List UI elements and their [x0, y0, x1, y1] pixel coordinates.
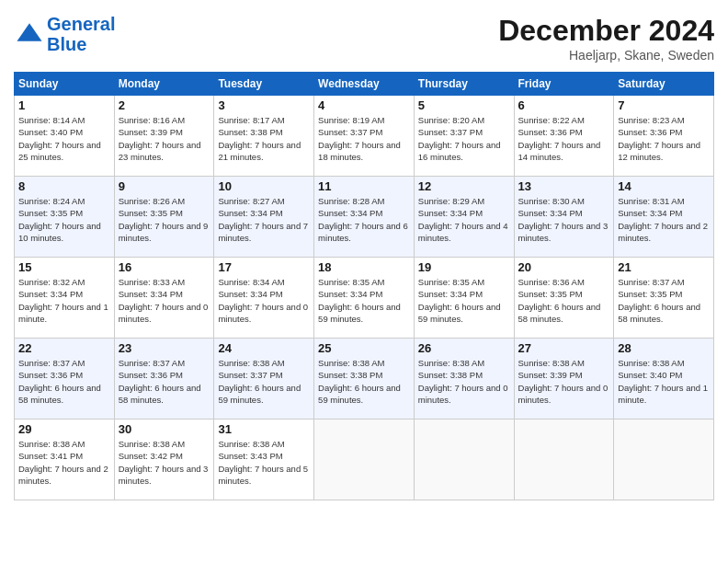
calendar-cell: 27Sunrise: 8:38 AMSunset: 3:39 PMDayligh… [514, 339, 614, 419]
day-number: 21 [618, 260, 710, 274]
calendar-cell [614, 419, 714, 500]
calendar-cell: 26Sunrise: 8:38 AMSunset: 3:38 PMDayligh… [414, 339, 514, 419]
day-info: Sunrise: 8:19 AMSunset: 3:37 PMDaylight:… [318, 114, 410, 163]
day-info: Sunrise: 8:14 AMSunset: 3:40 PMDaylight:… [18, 114, 110, 163]
calendar-week-row: 1Sunrise: 8:14 AMSunset: 3:40 PMDaylight… [15, 96, 714, 177]
calendar-cell: 9Sunrise: 8:26 AMSunset: 3:35 PMDaylight… [114, 177, 214, 258]
month-title: December 2024 [498, 14, 714, 48]
calendar-cell: 22Sunrise: 8:37 AMSunset: 3:36 PMDayligh… [15, 339, 115, 419]
calendar-cell: 16Sunrise: 8:33 AMSunset: 3:34 PMDayligh… [114, 258, 214, 339]
calendar-week-row: 15Sunrise: 8:32 AMSunset: 3:34 PMDayligh… [15, 258, 714, 339]
weekday-header: Sunday [15, 73, 115, 96]
day-info: Sunrise: 8:30 AMSunset: 3:34 PMDaylight:… [518, 195, 610, 244]
page-header: General Blue December 2024 Haeljarp, Ska… [14, 14, 714, 63]
day-number: 7 [618, 98, 710, 112]
day-number: 26 [418, 341, 510, 355]
day-number: 2 [119, 98, 210, 112]
calendar-cell: 18Sunrise: 8:35 AMSunset: 3:34 PMDayligh… [314, 258, 415, 339]
weekday-header: Tuesday [214, 73, 314, 96]
day-info: Sunrise: 8:27 AMSunset: 3:34 PMDaylight:… [218, 195, 310, 244]
calendar-week-row: 8Sunrise: 8:24 AMSunset: 3:35 PMDaylight… [15, 177, 714, 258]
day-info: Sunrise: 8:20 AMSunset: 3:37 PMDaylight:… [418, 114, 510, 163]
day-info: Sunrise: 8:38 AMSunset: 3:42 PMDaylight:… [119, 438, 210, 487]
day-info: Sunrise: 8:33 AMSunset: 3:34 PMDaylight:… [119, 276, 210, 325]
calendar-cell: 3Sunrise: 8:17 AMSunset: 3:38 PMDaylight… [214, 96, 314, 177]
day-number: 16 [119, 260, 210, 274]
calendar-cell [314, 419, 415, 500]
day-info: Sunrise: 8:22 AMSunset: 3:36 PMDaylight:… [518, 114, 610, 163]
day-info: Sunrise: 8:35 AMSunset: 3:34 PMDaylight:… [418, 276, 510, 325]
day-number: 18 [318, 260, 410, 274]
day-number: 23 [119, 341, 210, 355]
calendar-cell: 13Sunrise: 8:30 AMSunset: 3:34 PMDayligh… [514, 177, 614, 258]
day-number: 4 [318, 98, 410, 112]
day-info: Sunrise: 8:34 AMSunset: 3:34 PMDaylight:… [218, 276, 310, 325]
day-number: 6 [518, 98, 610, 112]
calendar-cell: 24Sunrise: 8:38 AMSunset: 3:37 PMDayligh… [214, 339, 314, 419]
day-number: 10 [218, 179, 310, 193]
calendar-cell: 23Sunrise: 8:37 AMSunset: 3:36 PMDayligh… [114, 339, 214, 419]
calendar-page: General Blue December 2024 Haeljarp, Ska… [0, 0, 728, 563]
day-number: 14 [618, 179, 710, 193]
day-info: Sunrise: 8:31 AMSunset: 3:34 PMDaylight:… [618, 195, 710, 244]
day-number: 3 [218, 98, 310, 112]
day-number: 5 [418, 98, 510, 112]
day-info: Sunrise: 8:38 AMSunset: 3:39 PMDaylight:… [518, 357, 610, 406]
calendar-cell: 6Sunrise: 8:22 AMSunset: 3:36 PMDaylight… [514, 96, 614, 177]
logo-line2: Blue [47, 34, 86, 54]
day-number: 20 [518, 260, 610, 274]
day-number: 11 [318, 179, 410, 193]
day-info: Sunrise: 8:36 AMSunset: 3:35 PMDaylight:… [518, 276, 610, 325]
day-number: 17 [218, 260, 310, 274]
calendar-cell: 4Sunrise: 8:19 AMSunset: 3:37 PMDaylight… [314, 96, 415, 177]
day-number: 29 [18, 422, 110, 436]
calendar-cell: 29Sunrise: 8:38 AMSunset: 3:41 PMDayligh… [15, 419, 115, 500]
calendar-cell: 14Sunrise: 8:31 AMSunset: 3:34 PMDayligh… [614, 177, 714, 258]
calendar-cell: 21Sunrise: 8:37 AMSunset: 3:35 PMDayligh… [614, 258, 714, 339]
weekday-header: Thursday [414, 73, 514, 96]
day-info: Sunrise: 8:37 AMSunset: 3:35 PMDaylight:… [618, 276, 710, 325]
day-info: Sunrise: 8:37 AMSunset: 3:36 PMDaylight:… [119, 357, 210, 406]
logo: General Blue [14, 14, 115, 54]
day-number: 19 [418, 260, 510, 274]
calendar-week-row: 29Sunrise: 8:38 AMSunset: 3:41 PMDayligh… [15, 419, 714, 500]
calendar-week-row: 22Sunrise: 8:37 AMSunset: 3:36 PMDayligh… [15, 339, 714, 419]
weekday-header: Monday [114, 73, 214, 96]
day-info: Sunrise: 8:26 AMSunset: 3:35 PMDaylight:… [119, 195, 210, 244]
svg-marker-0 [17, 23, 42, 41]
calendar-cell: 30Sunrise: 8:38 AMSunset: 3:42 PMDayligh… [114, 419, 214, 500]
day-info: Sunrise: 8:38 AMSunset: 3:38 PMDaylight:… [418, 357, 510, 406]
title-block: December 2024 Haeljarp, Skane, Sweden [498, 14, 714, 63]
day-number: 24 [218, 341, 310, 355]
day-number: 1 [18, 98, 110, 112]
day-number: 28 [618, 341, 710, 355]
weekday-header: Saturday [614, 73, 714, 96]
day-number: 22 [18, 341, 110, 355]
calendar-cell: 1Sunrise: 8:14 AMSunset: 3:40 PMDaylight… [15, 96, 115, 177]
calendar-cell: 28Sunrise: 8:38 AMSunset: 3:40 PMDayligh… [614, 339, 714, 419]
logo-text: General Blue [47, 14, 115, 54]
day-info: Sunrise: 8:29 AMSunset: 3:34 PMDaylight:… [418, 195, 510, 244]
calendar-cell: 19Sunrise: 8:35 AMSunset: 3:34 PMDayligh… [414, 258, 514, 339]
calendar-cell: 20Sunrise: 8:36 AMSunset: 3:35 PMDayligh… [514, 258, 614, 339]
calendar-cell [514, 419, 614, 500]
day-info: Sunrise: 8:38 AMSunset: 3:43 PMDaylight:… [218, 438, 310, 487]
calendar-cell: 7Sunrise: 8:23 AMSunset: 3:36 PMDaylight… [614, 96, 714, 177]
calendar-cell [414, 419, 514, 500]
location: Haeljarp, Skane, Sweden [498, 48, 714, 63]
day-number: 9 [119, 179, 210, 193]
calendar-cell: 31Sunrise: 8:38 AMSunset: 3:43 PMDayligh… [214, 419, 314, 500]
day-info: Sunrise: 8:28 AMSunset: 3:34 PMDaylight:… [318, 195, 410, 244]
day-info: Sunrise: 8:35 AMSunset: 3:34 PMDaylight:… [318, 276, 410, 325]
day-info: Sunrise: 8:23 AMSunset: 3:36 PMDaylight:… [618, 114, 710, 163]
logo-line1: General [47, 14, 115, 34]
calendar-cell: 8Sunrise: 8:24 AMSunset: 3:35 PMDaylight… [15, 177, 115, 258]
day-info: Sunrise: 8:38 AMSunset: 3:37 PMDaylight:… [218, 357, 310, 406]
day-number: 25 [318, 341, 410, 355]
day-info: Sunrise: 8:24 AMSunset: 3:35 PMDaylight:… [18, 195, 110, 244]
calendar-cell: 15Sunrise: 8:32 AMSunset: 3:34 PMDayligh… [15, 258, 115, 339]
day-number: 31 [218, 422, 310, 436]
day-info: Sunrise: 8:38 AMSunset: 3:40 PMDaylight:… [618, 357, 710, 406]
day-number: 27 [518, 341, 610, 355]
weekday-header: Wednesday [314, 73, 415, 96]
